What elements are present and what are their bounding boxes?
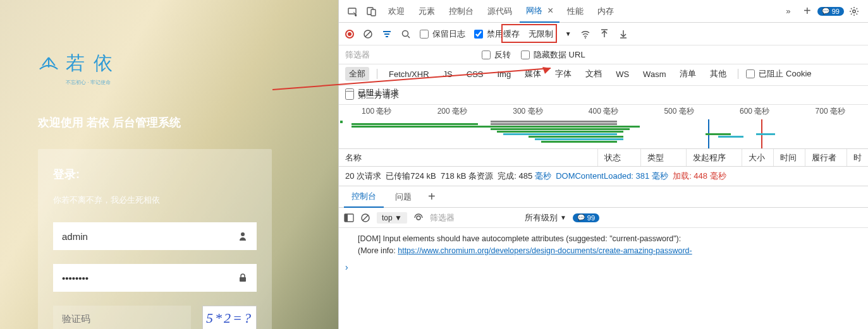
- svg-rect-0: [240, 277, 246, 282]
- annotation-highlight: [501, 24, 557, 43]
- col-time[interactable]: 时间: [774, 149, 805, 166]
- hide-data-url-checkbox[interactable]: 隐藏数据 URL: [521, 49, 585, 61]
- col-initiator[interactable]: 发起程序: [687, 149, 742, 166]
- captcha-input[interactable]: [62, 313, 182, 324]
- inspect-icon[interactable]: [344, 3, 362, 20]
- upload-icon[interactable]: [599, 29, 609, 39]
- type-other[interactable]: 其他: [706, 67, 730, 81]
- user-icon: [238, 231, 248, 241]
- devtools-panel: 欢迎 元素 控制台 源代码 网络× 性能 内存 » + 99 保留日志 禁用缓存…: [338, 0, 868, 329]
- console-link[interactable]: https://www.chromium.org/developers/desi…: [398, 246, 692, 255]
- type-css[interactable]: CSS: [463, 68, 487, 80]
- type-fetch[interactable]: Fetch/XHR: [385, 68, 433, 80]
- tab-welcome[interactable]: 欢迎: [382, 0, 411, 23]
- filter-icon[interactable]: [382, 29, 392, 39]
- clear-console-icon[interactable]: [360, 213, 370, 223]
- type-img[interactable]: Img: [493, 68, 515, 80]
- wifi-icon[interactable]: [580, 29, 590, 39]
- third-party-row: 第三方请求: [339, 86, 868, 105]
- console-message: [DOM] Input elements should have autocom…: [339, 228, 868, 260]
- type-ws[interactable]: WS: [612, 68, 633, 80]
- type-manifest[interactable]: 清单: [676, 67, 700, 81]
- tab-console[interactable]: 控制台: [443, 0, 480, 23]
- console-toolbar: top ▼ 筛选器 所有级别 ▼ 99: [339, 208, 868, 228]
- password-input[interactable]: [62, 273, 238, 284]
- filter-row: 筛选器 反转 隐藏数据 URL: [339, 45, 868, 64]
- login-page: 若 依 不忘初心 · 牢记使命 欢迎使用 若依 后台管理系统 登录: 你若不离不…: [0, 0, 338, 329]
- close-icon[interactable]: ×: [547, 5, 553, 16]
- tab-performance[interactable]: 性能: [561, 0, 590, 23]
- login-form: 登录: 你若不离不弃，我必生死相依 5*2=?: [38, 149, 272, 329]
- col-size[interactable]: 大小: [742, 149, 774, 166]
- blocked-cookie-checkbox[interactable]: 已阻止 Cookie: [746, 68, 811, 80]
- lock-icon: [238, 273, 248, 283]
- col-type[interactable]: 类型: [641, 149, 687, 166]
- drawer-tab-issues[interactable]: 问题: [388, 186, 419, 208]
- login-tip: 你若不离不弃，我必生死相依: [53, 194, 257, 206]
- drawer-tabs: 控制台 问题 +: [339, 186, 868, 208]
- tab-elements[interactable]: 元素: [412, 0, 441, 23]
- username-input[interactable]: [62, 231, 238, 242]
- captcha-image[interactable]: 5*2=?: [202, 306, 257, 329]
- tab-network[interactable]: 网络×: [520, 0, 559, 23]
- context-select[interactable]: top ▼: [377, 212, 407, 224]
- clear-icon[interactable]: [363, 29, 373, 39]
- login-title: 登录:: [53, 167, 257, 182]
- brand-logo: 若 依: [38, 51, 300, 76]
- type-media[interactable]: 媒体: [521, 67, 545, 81]
- timeline-chart: [339, 119, 868, 148]
- console-filter[interactable]: 筛选器: [430, 212, 518, 224]
- svg-rect-5: [371, 9, 376, 16]
- type-font[interactable]: 字体: [551, 67, 575, 81]
- search-icon[interactable]: [401, 29, 411, 39]
- log-levels[interactable]: 所有级别 ▼: [525, 212, 566, 224]
- type-js[interactable]: JS: [439, 68, 456, 80]
- brand-subtitle: 不忘初心 · 牢记使命: [66, 79, 300, 86]
- tab-memory[interactable]: 内存: [591, 0, 620, 23]
- welcome-text: 欢迎使用 若依 后台管理系统: [38, 115, 300, 130]
- device-icon[interactable]: [363, 3, 381, 20]
- download-icon[interactable]: [618, 29, 628, 39]
- type-all[interactable]: 全部: [345, 67, 369, 81]
- col-t2[interactable]: 时: [847, 149, 868, 166]
- svg-point-6: [853, 9, 855, 12]
- settings-icon[interactable]: [845, 3, 863, 20]
- captcha-field[interactable]: [53, 306, 191, 329]
- col-status[interactable]: 状态: [598, 149, 641, 166]
- col-waterfall[interactable]: 履行者: [805, 149, 847, 166]
- username-field[interactable]: [53, 222, 257, 250]
- console-issues-badge[interactable]: 99: [573, 213, 599, 222]
- more-tabs-icon[interactable]: »: [779, 3, 797, 20]
- col-name[interactable]: 名称: [339, 149, 598, 166]
- sidebar-icon[interactable]: [344, 213, 354, 223]
- add-tab-icon[interactable]: +: [798, 3, 816, 20]
- svg-line-10: [408, 36, 410, 38]
- type-doc[interactable]: 文档: [582, 67, 606, 81]
- brand-name: 若 依: [66, 51, 114, 76]
- live-expr-icon[interactable]: [413, 213, 424, 223]
- invert-checkbox[interactable]: 反转: [482, 49, 511, 61]
- network-toolbar: 保留日志 禁用缓存 无限制 ▼: [339, 23, 868, 45]
- network-status: 20 次请求 已传输724 kB 718 kB 条资源 完成: 485 毫秒 D…: [339, 167, 868, 186]
- svg-line-8: [365, 32, 370, 37]
- preserve-log-checkbox[interactable]: 保留日志: [420, 28, 465, 40]
- network-timeline[interactable]: 100 毫秒200 毫秒300 毫秒400 毫秒500 毫秒600 毫秒700 …: [339, 105, 868, 149]
- third-party-checkbox[interactable]: 第三方请求: [345, 90, 399, 101]
- type-wasm[interactable]: Wasm: [639, 68, 669, 80]
- svg-point-18: [417, 216, 420, 220]
- leaf-icon: [38, 56, 59, 72]
- drawer-tab-console[interactable]: 控制台: [344, 186, 384, 208]
- devtools-tabs: 欢迎 元素 控制台 源代码 网络× 性能 内存 » + 99: [339, 0, 868, 23]
- tab-sources[interactable]: 源代码: [481, 0, 518, 23]
- password-field[interactable]: [53, 264, 257, 292]
- svg-line-17: [363, 215, 368, 220]
- captcha-row: 5*2=?: [53, 306, 257, 329]
- filter-input[interactable]: 筛选器: [345, 49, 472, 61]
- record-button[interactable]: [345, 30, 354, 39]
- svg-rect-15: [345, 214, 348, 222]
- issues-badge[interactable]: 99: [817, 7, 844, 16]
- network-table-header: 名称 状态 类型 发起程序 大小 时间 履行者 时: [339, 149, 868, 167]
- add-drawer-tab[interactable]: +: [423, 189, 441, 204]
- svg-point-9: [403, 30, 408, 36]
- console-prompt[interactable]: ›: [339, 260, 868, 275]
